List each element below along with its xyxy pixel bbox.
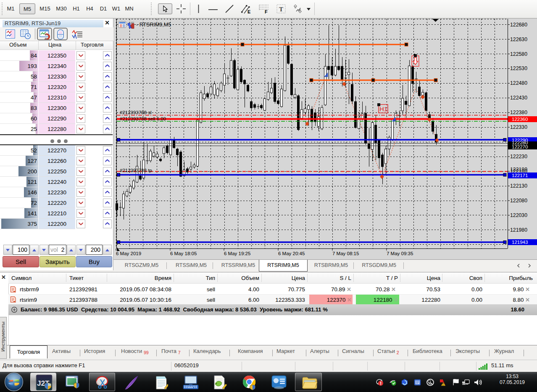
svg-text:122480: 122480 (510, 80, 527, 86)
svg-text:#212393788 sl: #212393788 sl (120, 110, 151, 115)
svg-text:122530: 122530 (510, 65, 527, 71)
svg-text:122180: 122180 (510, 167, 527, 172)
svg-text:122080: 122080 (510, 198, 527, 204)
svg-text:6 May 20:45: 6 May 20:45 (278, 251, 305, 256)
svg-text:122630: 122630 (510, 37, 527, 42)
svg-text:6 May 18:05: 6 May 18:05 (170, 251, 197, 256)
svg-text:122680: 122680 (510, 22, 527, 28)
svg-text:122360: 122360 (512, 117, 528, 122)
svg-text:F: F (265, 9, 268, 14)
svg-text:!: ! (442, 383, 443, 386)
svg-text:H1: H1 (379, 105, 387, 112)
svg-text:#212393788 tp: #212393788 tp (120, 168, 152, 173)
svg-text:6 May 19:25: 6 May 19:25 (224, 251, 250, 256)
svg-text:122380: 122380 (510, 110, 527, 115)
svg-text:121943: 121943 (512, 240, 528, 245)
svg-text:122030: 122030 (510, 212, 527, 218)
svg-text:122230: 122230 (510, 154, 527, 159)
svg-text:122130: 122130 (510, 183, 527, 189)
svg-text:122330: 122330 (510, 124, 527, 130)
svg-text:122270: 122270 (512, 144, 528, 149)
svg-text:122430: 122430 (510, 95, 527, 101)
svg-text:7 May 09:35: 7 May 09:35 (387, 251, 413, 256)
svg-text:122580: 122580 (510, 51, 527, 57)
svg-text:#212393788 sell 6.00: #212393788 sell 6.00 (120, 116, 166, 121)
svg-text:121980: 121980 (510, 227, 527, 233)
svg-text:122171: 122171 (512, 173, 528, 178)
svg-text:E: E (247, 9, 250, 14)
svg-text:T: T (279, 6, 283, 13)
svg-text:- RTSRIM9,M5: - RTSRIM9,M5 (136, 22, 171, 28)
svg-text:6 May 2019: 6 May 2019 (116, 251, 141, 256)
svg-text:7 May 08:15: 7 May 08:15 (332, 251, 359, 256)
